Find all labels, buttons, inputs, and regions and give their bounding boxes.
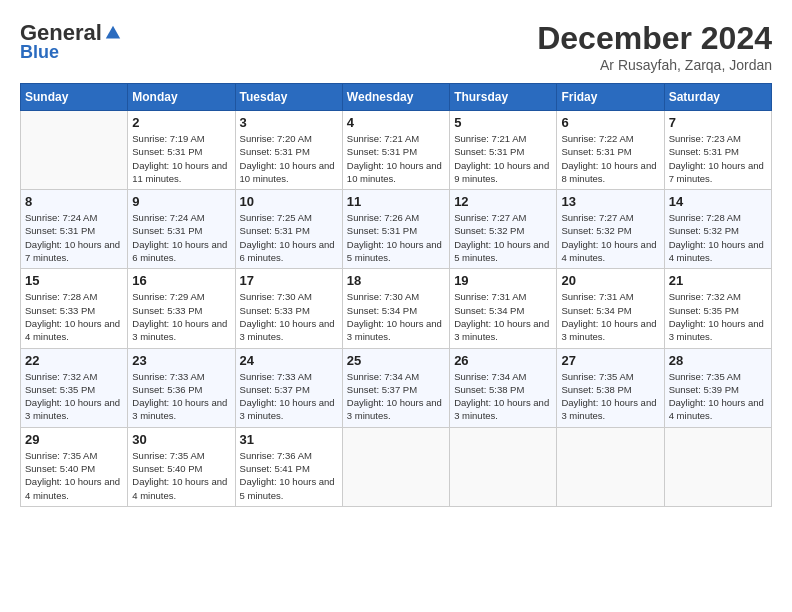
day-info: Sunrise: 7:26 AMSunset: 5:31 PMDaylight:… bbox=[347, 211, 445, 264]
table-row: 11Sunrise: 7:26 AMSunset: 5:31 PMDayligh… bbox=[342, 190, 449, 269]
day-number: 29 bbox=[25, 432, 123, 447]
table-row: 16Sunrise: 7:29 AMSunset: 5:33 PMDayligh… bbox=[128, 269, 235, 348]
day-number: 15 bbox=[25, 273, 123, 288]
day-info: Sunrise: 7:35 AMSunset: 5:38 PMDaylight:… bbox=[561, 370, 659, 423]
day-number: 4 bbox=[347, 115, 445, 130]
day-number: 12 bbox=[454, 194, 552, 209]
table-row: 23Sunrise: 7:33 AMSunset: 5:36 PMDayligh… bbox=[128, 348, 235, 427]
day-number: 11 bbox=[347, 194, 445, 209]
table-row: 5Sunrise: 7:21 AMSunset: 5:31 PMDaylight… bbox=[450, 111, 557, 190]
table-row: 17Sunrise: 7:30 AMSunset: 5:33 PMDayligh… bbox=[235, 269, 342, 348]
table-row bbox=[450, 427, 557, 506]
day-number: 17 bbox=[240, 273, 338, 288]
day-info: Sunrise: 7:22 AMSunset: 5:31 PMDaylight:… bbox=[561, 132, 659, 185]
table-row: 29Sunrise: 7:35 AMSunset: 5:40 PMDayligh… bbox=[21, 427, 128, 506]
day-number: 6 bbox=[561, 115, 659, 130]
day-info: Sunrise: 7:33 AMSunset: 5:37 PMDaylight:… bbox=[240, 370, 338, 423]
logo-icon bbox=[104, 24, 122, 42]
day-info: Sunrise: 7:31 AMSunset: 5:34 PMDaylight:… bbox=[454, 290, 552, 343]
table-row bbox=[557, 427, 664, 506]
col-friday: Friday bbox=[557, 84, 664, 111]
day-info: Sunrise: 7:30 AMSunset: 5:34 PMDaylight:… bbox=[347, 290, 445, 343]
table-row: 8Sunrise: 7:24 AMSunset: 5:31 PMDaylight… bbox=[21, 190, 128, 269]
table-row: 13Sunrise: 7:27 AMSunset: 5:32 PMDayligh… bbox=[557, 190, 664, 269]
location: Ar Rusayfah, Zarqa, Jordan bbox=[537, 57, 772, 73]
table-row: 6Sunrise: 7:22 AMSunset: 5:31 PMDaylight… bbox=[557, 111, 664, 190]
table-row bbox=[342, 427, 449, 506]
day-info: Sunrise: 7:34 AMSunset: 5:38 PMDaylight:… bbox=[454, 370, 552, 423]
day-number: 5 bbox=[454, 115, 552, 130]
table-row: 20Sunrise: 7:31 AMSunset: 5:34 PMDayligh… bbox=[557, 269, 664, 348]
table-row bbox=[21, 111, 128, 190]
day-number: 22 bbox=[25, 353, 123, 368]
day-number: 3 bbox=[240, 115, 338, 130]
day-number: 26 bbox=[454, 353, 552, 368]
table-row: 22Sunrise: 7:32 AMSunset: 5:35 PMDayligh… bbox=[21, 348, 128, 427]
day-info: Sunrise: 7:24 AMSunset: 5:31 PMDaylight:… bbox=[132, 211, 230, 264]
logo: General Blue bbox=[20, 20, 122, 63]
calendar-header-row: Sunday Monday Tuesday Wednesday Thursday… bbox=[21, 84, 772, 111]
day-info: Sunrise: 7:25 AMSunset: 5:31 PMDaylight:… bbox=[240, 211, 338, 264]
day-number: 19 bbox=[454, 273, 552, 288]
table-row: 14Sunrise: 7:28 AMSunset: 5:32 PMDayligh… bbox=[664, 190, 771, 269]
table-row: 15Sunrise: 7:28 AMSunset: 5:33 PMDayligh… bbox=[21, 269, 128, 348]
calendar-week-row: 2Sunrise: 7:19 AMSunset: 5:31 PMDaylight… bbox=[21, 111, 772, 190]
day-number: 23 bbox=[132, 353, 230, 368]
day-info: Sunrise: 7:35 AMSunset: 5:40 PMDaylight:… bbox=[25, 449, 123, 502]
day-info: Sunrise: 7:30 AMSunset: 5:33 PMDaylight:… bbox=[240, 290, 338, 343]
day-info: Sunrise: 7:35 AMSunset: 5:39 PMDaylight:… bbox=[669, 370, 767, 423]
day-number: 28 bbox=[669, 353, 767, 368]
day-number: 27 bbox=[561, 353, 659, 368]
table-row: 28Sunrise: 7:35 AMSunset: 5:39 PMDayligh… bbox=[664, 348, 771, 427]
table-row: 31Sunrise: 7:36 AMSunset: 5:41 PMDayligh… bbox=[235, 427, 342, 506]
calendar-week-row: 15Sunrise: 7:28 AMSunset: 5:33 PMDayligh… bbox=[21, 269, 772, 348]
table-row: 12Sunrise: 7:27 AMSunset: 5:32 PMDayligh… bbox=[450, 190, 557, 269]
col-tuesday: Tuesday bbox=[235, 84, 342, 111]
day-number: 24 bbox=[240, 353, 338, 368]
calendar-week-row: 29Sunrise: 7:35 AMSunset: 5:40 PMDayligh… bbox=[21, 427, 772, 506]
day-info: Sunrise: 7:27 AMSunset: 5:32 PMDaylight:… bbox=[454, 211, 552, 264]
table-row: 3Sunrise: 7:20 AMSunset: 5:31 PMDaylight… bbox=[235, 111, 342, 190]
table-row: 2Sunrise: 7:19 AMSunset: 5:31 PMDaylight… bbox=[128, 111, 235, 190]
table-row: 24Sunrise: 7:33 AMSunset: 5:37 PMDayligh… bbox=[235, 348, 342, 427]
day-info: Sunrise: 7:33 AMSunset: 5:36 PMDaylight:… bbox=[132, 370, 230, 423]
table-row: 30Sunrise: 7:35 AMSunset: 5:40 PMDayligh… bbox=[128, 427, 235, 506]
day-number: 20 bbox=[561, 273, 659, 288]
col-sunday: Sunday bbox=[21, 84, 128, 111]
day-number: 13 bbox=[561, 194, 659, 209]
page-header: General Blue December 2024 Ar Rusayfah, … bbox=[20, 20, 772, 73]
day-info: Sunrise: 7:29 AMSunset: 5:33 PMDaylight:… bbox=[132, 290, 230, 343]
table-row: 7Sunrise: 7:23 AMSunset: 5:31 PMDaylight… bbox=[664, 111, 771, 190]
day-number: 18 bbox=[347, 273, 445, 288]
day-info: Sunrise: 7:35 AMSunset: 5:40 PMDaylight:… bbox=[132, 449, 230, 502]
table-row: 27Sunrise: 7:35 AMSunset: 5:38 PMDayligh… bbox=[557, 348, 664, 427]
day-info: Sunrise: 7:34 AMSunset: 5:37 PMDaylight:… bbox=[347, 370, 445, 423]
col-saturday: Saturday bbox=[664, 84, 771, 111]
table-row: 26Sunrise: 7:34 AMSunset: 5:38 PMDayligh… bbox=[450, 348, 557, 427]
day-number: 9 bbox=[132, 194, 230, 209]
day-number: 16 bbox=[132, 273, 230, 288]
day-info: Sunrise: 7:31 AMSunset: 5:34 PMDaylight:… bbox=[561, 290, 659, 343]
day-info: Sunrise: 7:28 AMSunset: 5:33 PMDaylight:… bbox=[25, 290, 123, 343]
day-info: Sunrise: 7:36 AMSunset: 5:41 PMDaylight:… bbox=[240, 449, 338, 502]
table-row: 4Sunrise: 7:21 AMSunset: 5:31 PMDaylight… bbox=[342, 111, 449, 190]
table-row: 25Sunrise: 7:34 AMSunset: 5:37 PMDayligh… bbox=[342, 348, 449, 427]
month-title: December 2024 bbox=[537, 20, 772, 57]
table-row: 18Sunrise: 7:30 AMSunset: 5:34 PMDayligh… bbox=[342, 269, 449, 348]
day-info: Sunrise: 7:24 AMSunset: 5:31 PMDaylight:… bbox=[25, 211, 123, 264]
table-row: 21Sunrise: 7:32 AMSunset: 5:35 PMDayligh… bbox=[664, 269, 771, 348]
table-row: 10Sunrise: 7:25 AMSunset: 5:31 PMDayligh… bbox=[235, 190, 342, 269]
calendar-table: Sunday Monday Tuesday Wednesday Thursday… bbox=[20, 83, 772, 507]
calendar-week-row: 22Sunrise: 7:32 AMSunset: 5:35 PMDayligh… bbox=[21, 348, 772, 427]
day-info: Sunrise: 7:21 AMSunset: 5:31 PMDaylight:… bbox=[347, 132, 445, 185]
day-info: Sunrise: 7:32 AMSunset: 5:35 PMDaylight:… bbox=[669, 290, 767, 343]
day-info: Sunrise: 7:21 AMSunset: 5:31 PMDaylight:… bbox=[454, 132, 552, 185]
title-block: December 2024 Ar Rusayfah, Zarqa, Jordan bbox=[537, 20, 772, 73]
day-number: 14 bbox=[669, 194, 767, 209]
day-info: Sunrise: 7:27 AMSunset: 5:32 PMDaylight:… bbox=[561, 211, 659, 264]
calendar-week-row: 8Sunrise: 7:24 AMSunset: 5:31 PMDaylight… bbox=[21, 190, 772, 269]
table-row: 9Sunrise: 7:24 AMSunset: 5:31 PMDaylight… bbox=[128, 190, 235, 269]
table-row bbox=[664, 427, 771, 506]
day-number: 31 bbox=[240, 432, 338, 447]
table-row: 19Sunrise: 7:31 AMSunset: 5:34 PMDayligh… bbox=[450, 269, 557, 348]
